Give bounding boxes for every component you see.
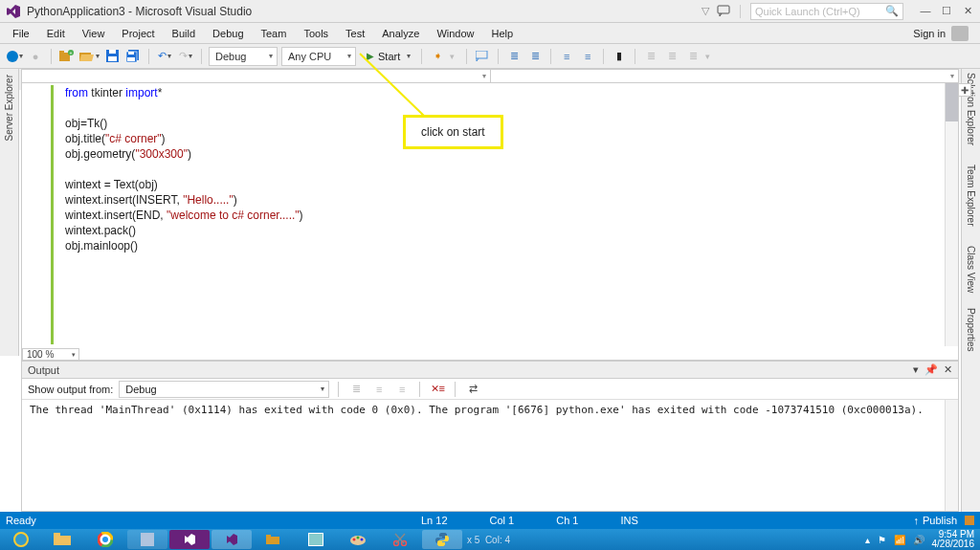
menu-build[interactable]: Build bbox=[164, 23, 204, 43]
menu-debug[interactable]: Debug bbox=[204, 23, 252, 43]
publish-icon[interactable]: ↑ bbox=[913, 515, 919, 526]
server-explorer-tab[interactable]: Server Explorer bbox=[0, 69, 19, 356]
tray-date: 4/28/2016 bbox=[932, 539, 975, 549]
tray-clock[interactable]: 9:54 PM 4/28/2016 bbox=[932, 530, 975, 549]
menu-file[interactable]: File bbox=[4, 23, 38, 43]
search-icon: 🔍 bbox=[885, 5, 899, 17]
task-vs-purple[interactable] bbox=[169, 530, 210, 549]
team-explorer-tab[interactable]: Team Explorer bbox=[962, 165, 979, 226]
task-app1[interactable] bbox=[127, 530, 167, 549]
status-col: Col 1 bbox=[490, 515, 515, 526]
status-state: Ready bbox=[6, 515, 36, 526]
menu-edit[interactable]: Edit bbox=[38, 23, 74, 43]
status-bar: Ready Ln 12 Col 1 Ch 1 INS ↑ Publish bbox=[0, 512, 980, 529]
output-pin-icon[interactable]: 📌 bbox=[924, 363, 938, 376]
class-view-tab[interactable]: Class View bbox=[962, 246, 979, 293]
right-panel: Solution Explorer Team Explorer Class Vi… bbox=[961, 69, 980, 512]
publish-label[interactable]: Publish bbox=[923, 515, 957, 526]
menu-view[interactable]: View bbox=[74, 23, 114, 43]
feedback-icon[interactable] bbox=[717, 5, 730, 18]
svg-rect-24 bbox=[266, 537, 279, 544]
menu-project[interactable]: Project bbox=[113, 23, 163, 43]
bookmark-button[interactable]: ▮ bbox=[611, 48, 628, 65]
horizontal-scrollbar[interactable]: 100 % bbox=[22, 346, 945, 360]
menu-team[interactable]: Team bbox=[253, 23, 296, 43]
split-button[interactable]: ✚ bbox=[958, 83, 971, 97]
open-file-button[interactable]: ▾ bbox=[79, 48, 100, 65]
output-title: Output bbox=[28, 364, 59, 376]
task-app3[interactable] bbox=[254, 530, 294, 549]
step-button[interactable]: ➧ bbox=[429, 48, 446, 65]
svg-point-27 bbox=[353, 539, 356, 541]
menu-test[interactable]: Test bbox=[337, 23, 373, 43]
indent-dec-button[interactable]: ≣ bbox=[505, 48, 523, 65]
task-chrome[interactable] bbox=[85, 530, 125, 549]
clear-output-button[interactable]: ⨯≡ bbox=[429, 381, 446, 398]
menu-window[interactable]: Window bbox=[428, 23, 482, 43]
menu-bar: FileEditViewProjectBuildDebugTeamToolsTe… bbox=[0, 23, 980, 44]
comment-out-button[interactable]: ≡ bbox=[558, 48, 575, 65]
code-content[interactable]: from tkinter import* obj=Tk() obj.title(… bbox=[22, 83, 945, 253]
zoom-dropdown[interactable]: 100 % bbox=[22, 348, 79, 361]
task-explorer[interactable] bbox=[43, 530, 83, 549]
nav-back-button[interactable]: ▾ bbox=[6, 48, 23, 65]
status-line: Ln 12 bbox=[421, 515, 448, 526]
properties-tab[interactable]: Properties bbox=[962, 308, 979, 352]
platform-dropdown[interactable]: Any CPU bbox=[281, 47, 356, 66]
tb-disabled-3: ≣ bbox=[684, 48, 702, 65]
minimize-button[interactable]: — bbox=[917, 5, 934, 17]
svg-rect-12 bbox=[127, 57, 135, 61]
indent-inc-button[interactable]: ≣ bbox=[526, 48, 544, 65]
uncomment-button[interactable]: ≡ bbox=[579, 48, 596, 65]
tray-flag-icon[interactable]: ⚑ bbox=[878, 535, 886, 545]
vertical-scrollbar[interactable] bbox=[945, 83, 958, 346]
tray-volume-icon[interactable]: 🔊 bbox=[913, 535, 924, 545]
undo-button[interactable]: ↶▾ bbox=[156, 48, 173, 65]
menu-analyze[interactable]: Analyze bbox=[373, 23, 428, 43]
config-value: Debug bbox=[215, 51, 246, 62]
menu-tools[interactable]: Tools bbox=[295, 23, 337, 43]
task-snip[interactable] bbox=[380, 530, 420, 549]
avatar-icon bbox=[951, 26, 969, 41]
wrap-button[interactable]: ⇄ bbox=[464, 381, 481, 398]
code-editor[interactable]: ▾ ▾ ✚ from tkinter import* obj=Tk() obj.… bbox=[21, 69, 959, 361]
tray-network-icon[interactable]: 📶 bbox=[894, 535, 905, 545]
comment-button[interactable] bbox=[474, 48, 491, 65]
task-ie[interactable] bbox=[1, 530, 41, 549]
svg-rect-8 bbox=[108, 56, 117, 61]
svg-rect-23 bbox=[141, 533, 154, 546]
callout-text: click on start bbox=[421, 125, 485, 139]
menu-help[interactable]: Help bbox=[483, 23, 523, 43]
change-gutter bbox=[51, 85, 54, 344]
svg-point-28 bbox=[357, 537, 360, 539]
output-dropdown-icon[interactable]: ▾ bbox=[913, 363, 919, 376]
start-label: Start bbox=[378, 51, 400, 62]
quick-launch-input[interactable]: Quick Launch (Ctrl+Q) 🔍 bbox=[750, 3, 903, 20]
svg-rect-25 bbox=[266, 535, 271, 537]
signin-button[interactable]: Sign in bbox=[913, 23, 976, 43]
task-app4[interactable] bbox=[296, 530, 336, 549]
server-explorer-label: Server Explorer bbox=[4, 75, 14, 141]
task-paint[interactable] bbox=[338, 530, 378, 549]
maximize-button[interactable]: ☐ bbox=[938, 5, 955, 17]
tray-up-icon[interactable]: ▴ bbox=[865, 535, 870, 545]
close-button[interactable]: ✕ bbox=[959, 5, 976, 17]
output-source-dropdown[interactable]: Debug bbox=[119, 381, 329, 398]
notify-icon[interactable]: ▽ bbox=[702, 5, 709, 17]
output-scrollbar[interactable] bbox=[945, 400, 958, 511]
output-close-icon[interactable]: ✕ bbox=[944, 363, 952, 376]
output-btn-3: ≡ bbox=[393, 381, 411, 398]
save-all-button[interactable] bbox=[124, 48, 142, 65]
title-bar: PythonApplication3 - Microsoft Visual St… bbox=[0, 0, 980, 23]
nav-fwd-button: ● bbox=[27, 48, 44, 65]
start-button[interactable]: ▶ Start bbox=[360, 47, 414, 66]
config-dropdown[interactable]: Debug bbox=[209, 47, 278, 66]
save-button[interactable] bbox=[103, 48, 121, 65]
output-text[interactable]: The thread 'MainThread' (0x1114) has exi… bbox=[22, 400, 958, 421]
output-source-value: Debug bbox=[125, 384, 156, 395]
task-vs[interactable] bbox=[212, 530, 252, 549]
task-python[interactable] bbox=[422, 530, 462, 549]
nav-bar-left[interactable]: ▾ bbox=[22, 70, 491, 82]
new-project-button[interactable]: + bbox=[58, 48, 76, 65]
nav-bar-right[interactable]: ▾ bbox=[491, 70, 959, 82]
